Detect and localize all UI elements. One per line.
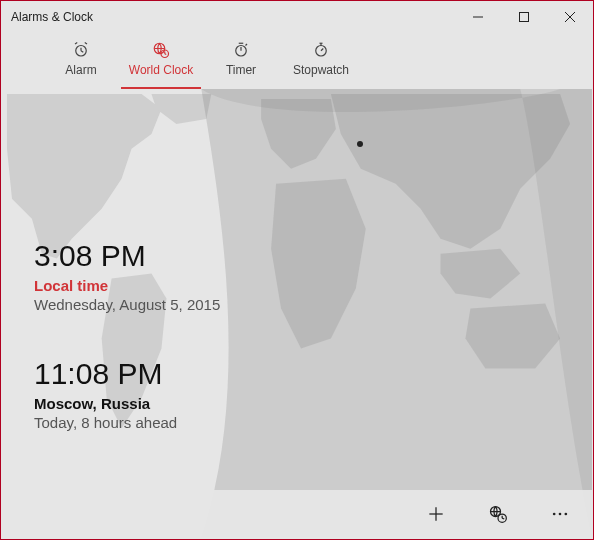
plus-icon — [426, 504, 446, 524]
more-options-button[interactable] — [544, 498, 576, 530]
clock-moscow[interactable]: 11:08 PM Moscow, Russia Today, 8 hours a… — [34, 357, 220, 431]
window-controls — [455, 1, 593, 33]
clock-time: 3:08 PM — [34, 239, 220, 273]
command-bar — [2, 490, 592, 538]
tab-label: Timer — [201, 63, 281, 77]
alarm-icon — [41, 39, 121, 61]
clock-time: 11:08 PM — [34, 357, 220, 391]
tab-stopwatch[interactable]: Stopwatch — [281, 33, 361, 89]
svg-line-8 — [85, 43, 87, 45]
close-button[interactable] — [547, 1, 593, 33]
convert-icon — [488, 504, 508, 524]
minimize-icon — [473, 12, 483, 22]
world-clock-icon — [121, 39, 201, 61]
timer-icon — [201, 39, 281, 61]
tab-world-clock[interactable]: World Clock — [121, 33, 201, 89]
tab-alarm[interactable]: Alarm — [41, 33, 121, 89]
svg-line-18 — [321, 49, 323, 51]
clock-detail: Today, 8 hours ahead — [34, 414, 220, 431]
svg-line-16 — [246, 44, 248, 46]
close-icon — [565, 12, 575, 22]
svg-line-12 — [165, 54, 167, 55]
stopwatch-icon — [281, 39, 361, 61]
svg-point-29 — [565, 513, 568, 516]
svg-rect-1 — [520, 13, 529, 22]
tab-label: World Clock — [121, 63, 201, 77]
svg-line-6 — [81, 51, 83, 53]
titlebar: Alarms & Clock — [1, 1, 593, 33]
clock-location: Local time — [34, 277, 220, 294]
svg-point-27 — [553, 513, 556, 516]
ellipsis-icon — [550, 504, 570, 524]
window-title: Alarms & Clock — [11, 10, 455, 24]
world-map[interactable]: 3:08 PM Local time Wednesday, August 5, … — [2, 89, 592, 538]
tab-label: Stopwatch — [281, 63, 361, 77]
maximize-button[interactable] — [501, 1, 547, 33]
svg-point-28 — [559, 513, 562, 516]
map-pin-moscow[interactable] — [357, 141, 363, 147]
minimize-button[interactable] — [455, 1, 501, 33]
clock-local[interactable]: 3:08 PM Local time Wednesday, August 5, … — [34, 239, 220, 313]
clock-list: 3:08 PM Local time Wednesday, August 5, … — [34, 239, 220, 475]
tab-bar: Alarm World Clock Timer — [1, 33, 593, 89]
maximize-icon — [519, 12, 529, 22]
svg-line-26 — [502, 518, 504, 519]
convert-time-button[interactable] — [482, 498, 514, 530]
tab-label: Alarm — [41, 63, 121, 77]
add-clock-button[interactable] — [420, 498, 452, 530]
svg-line-7 — [75, 43, 77, 45]
clock-location: Moscow, Russia — [34, 395, 220, 412]
alarms-clock-window: Alarms & Clock Alarm — [0, 0, 594, 540]
clock-detail: Wednesday, August 5, 2015 — [34, 296, 220, 313]
tab-timer[interactable]: Timer — [201, 33, 281, 89]
